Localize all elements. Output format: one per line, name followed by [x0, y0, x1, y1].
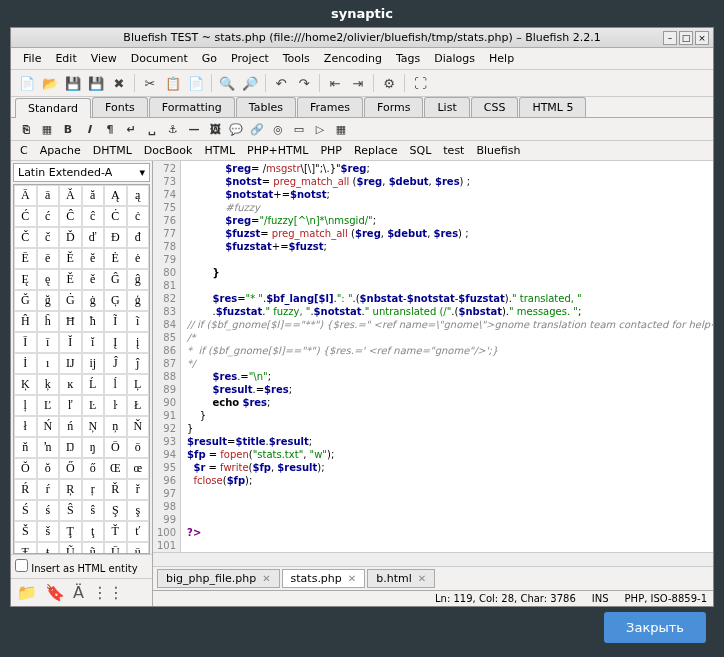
char-cell[interactable]: Ĉ	[59, 206, 82, 227]
find-icon[interactable]: 🔍	[217, 73, 237, 93]
char-cell[interactable]: ą	[127, 185, 150, 206]
char-cell[interactable]: Ģ	[104, 290, 127, 311]
form-icon[interactable]: ▭	[290, 120, 308, 138]
char-cell[interactable]: ť	[127, 521, 150, 542]
char-cell[interactable]: ľ	[59, 395, 82, 416]
langtab-c[interactable]: C	[17, 143, 31, 158]
char-cell[interactable]: ķ	[37, 374, 60, 395]
char-cell[interactable]: Ą	[104, 185, 127, 206]
char-cell[interactable]: Ŏ	[14, 458, 37, 479]
horizontal-scrollbar[interactable]	[153, 552, 713, 566]
char-cell[interactable]: ŧ	[37, 542, 60, 554]
char-cell[interactable]: Ŧ	[14, 542, 37, 554]
char-cell[interactable]: ĩ	[127, 311, 150, 332]
comment-icon[interactable]: 💬	[227, 120, 245, 138]
char-cell[interactable]: ċ	[127, 206, 150, 227]
indent-icon[interactable]: ⇥	[348, 73, 368, 93]
char-cell[interactable]: ă	[82, 185, 105, 206]
char-cell[interactable]: ū	[127, 542, 150, 554]
langtab-html[interactable]: HTML	[201, 143, 238, 158]
char-cell[interactable]: İ	[14, 353, 37, 374]
menu-help[interactable]: Help	[483, 50, 520, 67]
char-cell[interactable]: ģ	[127, 290, 150, 311]
char-cell[interactable]: Ť	[104, 521, 127, 542]
file-tab[interactable]: b.html✕	[367, 569, 435, 588]
char-cell[interactable]: ħ	[82, 311, 105, 332]
char-cell[interactable]: Ŕ	[14, 479, 37, 500]
char-cell[interactable]: ğ	[37, 290, 60, 311]
file-tab[interactable]: stats.php✕	[282, 569, 366, 588]
save-icon[interactable]: 💾	[63, 73, 83, 93]
langtab-phpplushtml[interactable]: PHP+HTML	[244, 143, 311, 158]
image-icon[interactable]: 🖼	[206, 120, 224, 138]
undo-icon[interactable]: ↶	[271, 73, 291, 93]
preferences-icon[interactable]: ⚙	[379, 73, 399, 93]
char-cell[interactable]: Ś	[14, 500, 37, 521]
bold-icon[interactable]: B	[59, 120, 77, 138]
copy-icon[interactable]: 📋	[163, 73, 183, 93]
charset-select[interactable]: Latin Extended-A ▾	[13, 163, 150, 182]
menu-tools[interactable]: Tools	[277, 50, 316, 67]
anchor-icon[interactable]: ⚓	[164, 120, 182, 138]
open-icon[interactable]: 📂	[40, 73, 60, 93]
langtab-bluefish[interactable]: Bluefish	[473, 143, 523, 158]
menu-edit[interactable]: Edit	[49, 50, 82, 67]
maximize-button[interactable]: □	[679, 31, 693, 45]
target-icon[interactable]: ◎	[269, 120, 287, 138]
char-cell[interactable]: Ă	[59, 185, 82, 206]
char-cell[interactable]: Ĝ	[104, 269, 127, 290]
char-cell[interactable]: ő	[82, 458, 105, 479]
char-cell[interactable]: ĝ	[127, 269, 150, 290]
char-cell[interactable]: Œ	[104, 458, 127, 479]
file-tab[interactable]: big_php_file.php✕	[157, 569, 280, 588]
char-cell[interactable]: Ş	[104, 500, 127, 521]
char-cell[interactable]: ĭ	[82, 332, 105, 353]
char-cell[interactable]: ļ	[14, 395, 37, 416]
langtab-apache[interactable]: Apache	[37, 143, 84, 158]
langtab-sql[interactable]: SQL	[407, 143, 435, 158]
char-cell[interactable]: Ŗ	[59, 479, 82, 500]
tab-formatting[interactable]: Formatting	[149, 97, 235, 117]
char-cell[interactable]: Ŋ	[59, 437, 82, 458]
char-cell[interactable]: Ļ	[127, 374, 150, 395]
char-cell[interactable]: Ţ	[59, 521, 82, 542]
char-cell[interactable]: ř	[127, 479, 150, 500]
tab-html-5[interactable]: HTML 5	[519, 97, 586, 117]
quickstart-icon[interactable]: ⎘	[17, 120, 35, 138]
char-cell[interactable]: Ĵ	[104, 353, 127, 374]
char-cell[interactable]: Ī	[14, 332, 37, 353]
char-cell[interactable]: Ę	[14, 269, 37, 290]
char-cell[interactable]: Ĩ	[104, 311, 127, 332]
save-as-icon[interactable]: 💾	[86, 73, 106, 93]
char-cell[interactable]: ī	[37, 332, 60, 353]
break-icon[interactable]: ↵	[122, 120, 140, 138]
char-cell[interactable]: Ĕ	[59, 248, 82, 269]
char-cell[interactable]: ı	[37, 353, 60, 374]
char-cell[interactable]: ŏ	[37, 458, 60, 479]
langtab-dhtml[interactable]: DHTML	[90, 143, 135, 158]
char-cell[interactable]: ŉ	[37, 437, 60, 458]
char-cell[interactable]: ď	[82, 227, 105, 248]
italic-icon[interactable]: I	[80, 120, 98, 138]
char-cell[interactable]: ć	[37, 206, 60, 227]
tab-forms[interactable]: Forms	[364, 97, 423, 117]
fullscreen-icon[interactable]: ⛶	[410, 73, 430, 93]
char-cell[interactable]: Ħ	[59, 311, 82, 332]
rule-icon[interactable]: —	[185, 120, 203, 138]
char-cell[interactable]: Ē	[14, 248, 37, 269]
new-file-icon[interactable]: 📄	[17, 73, 37, 93]
tab-fonts[interactable]: Fonts	[92, 97, 148, 117]
langtab-test[interactable]: test	[440, 143, 467, 158]
char-cell[interactable]: ę	[37, 269, 60, 290]
langtab-php[interactable]: PHP	[317, 143, 345, 158]
unindent-icon[interactable]: ⇤	[325, 73, 345, 93]
char-cell[interactable]: Ŀ	[82, 395, 105, 416]
close-tab-icon[interactable]: ✕	[348, 573, 356, 584]
char-cell[interactable]: Š	[14, 521, 37, 542]
tab-tables[interactable]: Tables	[236, 97, 296, 117]
tab-frames[interactable]: Frames	[297, 97, 363, 117]
minimize-button[interactable]: –	[663, 31, 677, 45]
char-cell[interactable]: ŀ	[104, 395, 127, 416]
char-cell[interactable]: Ō	[104, 437, 127, 458]
char-cell[interactable]: ś	[37, 500, 60, 521]
